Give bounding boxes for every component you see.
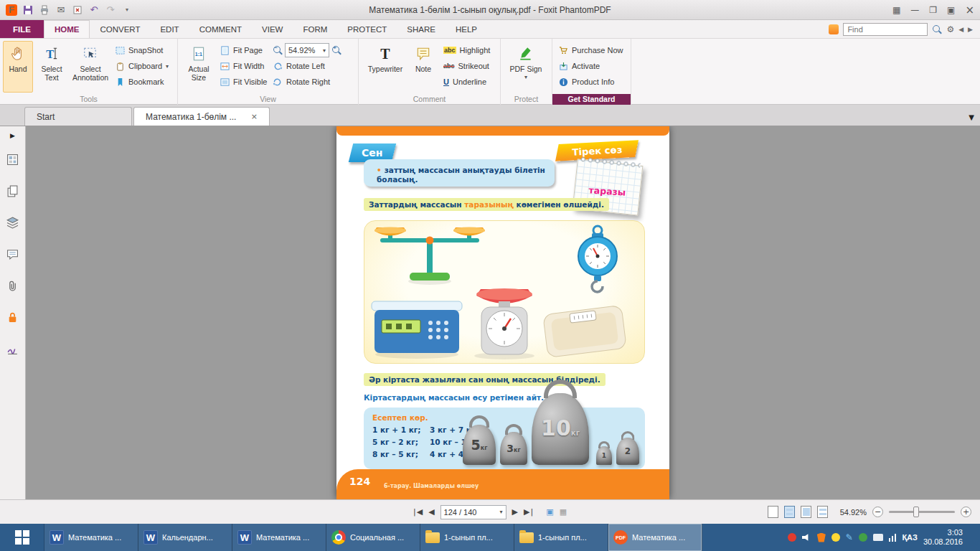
pages-panel-icon[interactable] <box>6 184 20 198</box>
ribbon-tab-edit[interactable]: EDIT <box>150 20 189 38</box>
note-button[interactable]: Note <box>409 41 438 93</box>
tray-icon-keyboard[interactable] <box>873 534 883 541</box>
activate-button[interactable]: Activate <box>558 59 600 73</box>
comments-panel-icon[interactable] <box>6 247 20 261</box>
zoom-out-icon[interactable]: − <box>273 45 283 55</box>
tray-icon-green[interactable] <box>859 533 867 542</box>
first-page-button[interactable]: |◀ <box>413 507 423 517</box>
gear-icon[interactable]: ⚙ <box>946 24 954 34</box>
layout-grid-icon[interactable]: ▦ <box>892 5 900 15</box>
fit-visible-button[interactable]: Fit Visible <box>220 75 267 89</box>
zoom-out-button[interactable]: − <box>872 507 883 517</box>
spring-scale <box>578 226 617 292</box>
ribbon-tab-share[interactable]: SHARE <box>397 20 446 38</box>
next-view-button[interactable]: ▦ <box>560 507 567 517</box>
underline-button[interactable]: U Underline <box>443 75 486 89</box>
thumbnails-panel-icon[interactable] <box>6 152 20 166</box>
taskbar-app-chrome[interactable]: Социальная ... <box>326 524 420 551</box>
clock[interactable]: 3:03 30.08.2016 <box>923 528 966 547</box>
select-text-button[interactable]: T Select Text <box>34 41 69 93</box>
doc-tab-current[interactable]: Математика 1-бөлім ... × <box>133 107 270 126</box>
ribbon-group-tools: Hand T Select Text Select Annotation Sna… <box>0 39 178 105</box>
find-input[interactable] <box>843 23 928 36</box>
redo-icon[interactable]: ↷ <box>105 4 116 16</box>
taskbar-app-folder-2[interactable]: 1-сынып пл... <box>514 524 608 551</box>
strikeout-button[interactable]: abc Strikeout <box>443 59 489 73</box>
minimize-button[interactable]: — <box>910 5 919 15</box>
pdf-sign-button[interactable]: PDF Sign ▾ <box>507 41 545 93</box>
print-icon[interactable] <box>39 4 50 16</box>
fit-page-button[interactable]: Fit Page <box>220 43 263 57</box>
product-info-button[interactable]: Product Info <box>558 75 614 89</box>
highlight-button[interactable]: abc Highlight <box>443 43 490 57</box>
zoom-combobox[interactable]: 54.92% ▾ <box>285 43 329 57</box>
ribbon-tab-convert[interactable]: CONVERT <box>90 20 150 38</box>
typewriter-button[interactable]: T Typewriter <box>364 41 406 93</box>
tray-icon-sound-app[interactable] <box>802 534 811 542</box>
undo-icon[interactable]: ↶ <box>88 4 100 16</box>
taskbar-app-word-1[interactable]: W Математика ... <box>44 524 138 551</box>
zoom-slider-handle[interactable] <box>913 507 919 517</box>
actual-size-button[interactable]: 1:1 Actual Size <box>182 41 215 93</box>
zoom-slider[interactable] <box>889 511 955 513</box>
bookmark-button[interactable]: Bookmark <box>115 75 164 89</box>
ribbon-tab-file[interactable]: FILE <box>0 20 44 38</box>
previous-page-button[interactable]: ◀ <box>428 507 434 517</box>
clipboard-button[interactable]: Clipboard ▾ <box>115 59 169 73</box>
doc-tab-start[interactable]: Start <box>24 107 132 126</box>
zoom-in-icon[interactable]: + <box>331 45 341 55</box>
panel-expand-icon[interactable]: ▶ <box>10 132 15 139</box>
tray-icon-red[interactable] <box>788 533 796 542</box>
taskbar-app-folder-1[interactable]: 1-сынып пл... <box>420 524 514 551</box>
hand-tool-button[interactable]: Hand <box>3 41 33 93</box>
grid2-icon[interactable]: ▣ <box>947 5 955 15</box>
email-icon[interactable]: ✉ <box>55 4 67 16</box>
fit-width-button[interactable]: Fit Width <box>220 59 264 73</box>
restore-button[interactable]: ❐ <box>929 5 937 15</box>
ribbon-tab-form[interactable]: FORM <box>293 20 337 38</box>
layers-panel-icon[interactable] <box>6 215 20 230</box>
ribbon-tab-help[interactable]: HELP <box>446 20 487 38</box>
tray-icon-antivirus-shield[interactable] <box>817 533 826 542</box>
start-button[interactable] <box>0 524 44 551</box>
tray-icon-network-bars[interactable] <box>889 533 897 542</box>
save-icon[interactable] <box>22 4 34 16</box>
tray-icon-pen[interactable]: ✎ <box>846 532 853 542</box>
close-document-icon[interactable] <box>72 4 83 16</box>
ribbon-scroll-left-icon[interactable]: ◀ <box>958 26 963 33</box>
app-logo-icon[interactable]: F <box>6 4 17 16</box>
purchase-now-button[interactable]: Purchase Now <box>558 43 623 57</box>
single-page-view-icon[interactable] <box>768 506 778 518</box>
continuous-view-icon[interactable] <box>784 506 795 518</box>
doc-tab-close-icon[interactable]: × <box>251 112 258 121</box>
facing-view-icon[interactable] <box>801 506 811 518</box>
qat-customize-caret-icon[interactable]: ▾ <box>121 4 133 16</box>
ribbon-tab-view[interactable]: VIEW <box>252 20 293 38</box>
language-indicator[interactable]: ҚАЗ <box>902 533 918 542</box>
next-page-button[interactable]: ▶ <box>512 507 518 517</box>
ribbon-tab-comment[interactable]: COMMENT <box>189 20 252 38</box>
rotate-left-button[interactable]: Rotate Left <box>273 59 325 73</box>
document-viewport[interactable]: Сен •заттың массасын анықтауды білетін б… <box>26 126 980 499</box>
rotate-right-button[interactable]: Rotate Right <box>273 75 330 89</box>
security-panel-icon[interactable] <box>6 310 20 324</box>
doc-tab-list-caret-icon[interactable]: ▼ <box>969 113 974 121</box>
last-page-button[interactable]: ▶| <box>524 507 533 517</box>
zoom-in-button[interactable]: + <box>961 507 971 517</box>
taskbar-app-word-2[interactable]: W Кальендарн... <box>138 524 232 551</box>
tray-icon-yellow[interactable] <box>831 533 840 542</box>
taskbar-app-word-3[interactable]: W Математика ... <box>232 524 326 551</box>
signature-panel-icon[interactable] <box>6 342 20 356</box>
continuous-facing-view-icon[interactable] <box>817 506 828 518</box>
ribbon-scroll-right-icon[interactable]: ▶ <box>968 26 973 33</box>
taskbar-app-foxit[interactable]: PDF Математика ... <box>608 524 702 551</box>
attachments-panel-icon[interactable] <box>6 278 20 293</box>
ribbon-tab-home[interactable]: HOME <box>44 20 90 38</box>
select-annotation-button[interactable]: Select Annotation <box>70 41 110 93</box>
close-button[interactable]: × <box>965 4 974 17</box>
page-number-combobox[interactable]: 124 / 140 ▾ <box>440 505 507 519</box>
previous-view-button[interactable]: ▣ <box>546 507 553 517</box>
ribbon-tab-protect[interactable]: PROTECT <box>337 20 397 38</box>
snapshot-button[interactable]: SnapShot <box>115 43 163 57</box>
find-search-icon[interactable] <box>932 24 942 34</box>
